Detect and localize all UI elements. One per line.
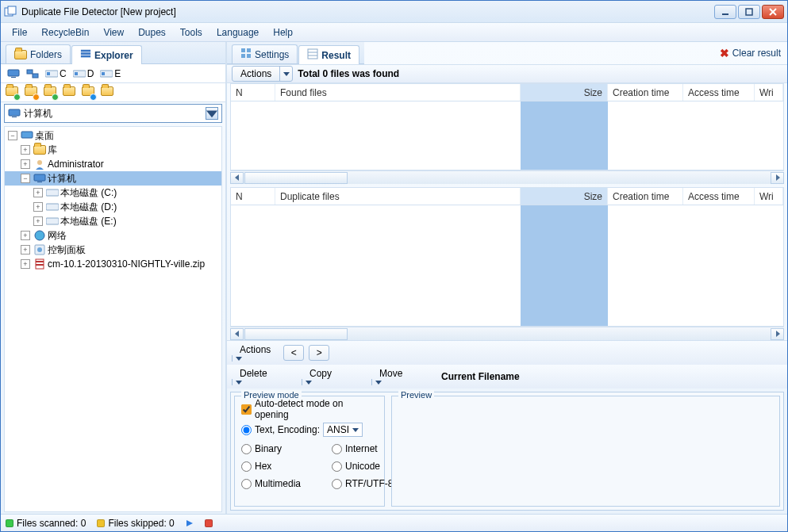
tab-folders[interactable]: Folders <box>6 44 71 63</box>
move-dropdown[interactable]: Move <box>371 368 436 385</box>
copy-dropdown[interactable]: Copy <box>302 368 367 385</box>
drive-e[interactable]: E <box>98 67 122 80</box>
scroll-right-icon[interactable] <box>771 172 784 184</box>
left-tabs: Folders Explorer <box>1 42 225 64</box>
tree-desktop[interactable]: −桌面 <box>5 128 221 143</box>
duplicate-files-scrollbar[interactable] <box>230 327 784 340</box>
tree-network[interactable]: +网络 <box>5 228 221 243</box>
folder-action-generic-icon[interactable] <box>101 86 113 98</box>
col2-duplicate-files[interactable]: Duplicate files <box>275 188 521 205</box>
encoding-select[interactable]: ANSI <box>323 423 363 437</box>
menu-tools[interactable]: Tools <box>174 25 209 40</box>
menu-language[interactable]: Language <box>210 25 265 40</box>
col-size[interactable]: Size <box>521 84 608 101</box>
drive-network-icon[interactable] <box>25 68 40 79</box>
folder-action-new-icon[interactable] <box>6 86 18 98</box>
col-n[interactable]: N <box>231 84 275 101</box>
folder-action-open-icon[interactable] <box>63 86 75 98</box>
radio-hex[interactable]: Hex <box>241 458 329 474</box>
svg-rect-11 <box>27 70 33 74</box>
col2-atime[interactable]: Access time <box>683 188 755 205</box>
drive-strip: C D E <box>1 64 225 83</box>
status-stop[interactable] <box>205 519 213 527</box>
scroll2-thumb[interactable] <box>244 328 348 340</box>
scroll-thumb[interactable] <box>244 172 348 184</box>
close-button[interactable] <box>762 5 784 19</box>
svg-rect-1 <box>8 6 16 14</box>
svg-rect-19 <box>9 109 20 116</box>
menu-dupes[interactable]: Dupes <box>132 25 172 40</box>
menu-help[interactable]: Help <box>267 25 299 40</box>
radio-text[interactable]: Text, Encoding: <box>241 424 320 435</box>
led-yellow-icon <box>97 519 105 527</box>
found-files-header: N Found files Size Creation time Access … <box>231 84 783 101</box>
tree-drive-d[interactable]: +本地磁盘 (D:) <box>5 200 221 214</box>
tab-result[interactable]: Result <box>298 45 359 64</box>
col-atime[interactable]: Access time <box>683 84 755 101</box>
menu-view[interactable]: View <box>97 25 130 40</box>
menu-file[interactable]: File <box>6 25 33 40</box>
radio-binary[interactable]: Binary <box>241 441 329 457</box>
preview-mode-fieldset: Preview mode Auto-detect mode on opening… <box>234 396 385 507</box>
svg-marker-45 <box>235 331 239 337</box>
found-files-grid[interactable]: N Found files Size Creation time Access … <box>230 83 784 170</box>
path-combo-dropdown[interactable] <box>206 107 218 120</box>
drive-desktop-icon[interactable] <box>6 68 21 79</box>
preview-fieldset: Preview <box>391 396 780 507</box>
tab-explorer[interactable]: Explorer <box>71 45 142 64</box>
actions-dropdown-mid[interactable]: Actions <box>232 344 279 362</box>
path-combo-value: 计算机 <box>24 107 52 121</box>
svg-rect-7 <box>81 52 90 55</box>
svg-rect-39 <box>308 49 317 59</box>
actions-dropdown-top[interactable]: Actions <box>232 66 293 82</box>
col2-n[interactable]: N <box>231 188 275 205</box>
tab-settings[interactable]: Settings <box>232 44 298 63</box>
tree-administrator[interactable]: +Administrator <box>5 157 221 171</box>
maximize-button[interactable] <box>738 5 760 19</box>
col-ctime[interactable]: Creation time <box>608 84 683 101</box>
scroll2-right-icon[interactable] <box>771 328 784 340</box>
scroll-left-icon[interactable] <box>230 172 244 184</box>
col2-size[interactable]: Size <box>521 188 608 205</box>
svg-marker-43 <box>235 174 239 181</box>
path-combo[interactable]: 计算机 <box>4 104 222 123</box>
tree-drive-e[interactable]: +本地磁盘 (E:) <box>5 214 221 228</box>
autodetect-checkbox[interactable]: Auto-detect mode on opening <box>241 401 378 417</box>
explorer-icon <box>80 48 91 62</box>
next-button[interactable]: > <box>309 345 329 361</box>
computer-icon <box>8 109 21 118</box>
drive-c[interactable]: C <box>44 67 68 80</box>
svg-rect-34 <box>36 264 44 266</box>
prev-button[interactable]: < <box>283 345 304 361</box>
clear-result-label: Clear result <box>732 48 781 59</box>
minimize-button[interactable] <box>714 5 736 19</box>
duplicate-files-grid[interactable]: N Duplicate files Size Creation time Acc… <box>230 187 784 327</box>
folder-action-add-icon[interactable] <box>25 86 37 98</box>
folder-action-props-icon[interactable] <box>82 86 94 98</box>
svg-marker-47 <box>236 357 242 361</box>
status-play[interactable] <box>186 519 194 527</box>
radio-multimedia[interactable]: Multimedia <box>241 476 329 492</box>
folder-icon <box>14 50 27 59</box>
col2-ctime[interactable]: Creation time <box>608 188 683 205</box>
found-files-scrollbar[interactable] <box>230 170 784 184</box>
tree-computer[interactable]: −计算机 <box>5 171 221 186</box>
preview-mode-legend: Preview mode <box>241 390 302 400</box>
svg-marker-42 <box>283 72 290 76</box>
tree-zip-file[interactable]: +cm-10.1-20130310-NIGHTLY-ville.zip <box>5 257 221 271</box>
tree-library[interactable]: +库 <box>5 143 221 157</box>
folder-action-refresh-icon[interactable] <box>44 86 56 98</box>
tree-drive-c[interactable]: +本地磁盘 (C:) <box>5 186 221 200</box>
col2-wri[interactable]: Wri <box>755 188 783 205</box>
col-wri[interactable]: Wri <box>755 84 783 101</box>
clear-result-button[interactable]: ✖ Clear result <box>720 47 781 59</box>
tree-control-panel[interactable]: +控制面板 <box>5 243 221 257</box>
delete-dropdown[interactable]: Delete <box>232 368 297 385</box>
current-filename-label: Current Filename <box>441 371 520 382</box>
col-found-files[interactable]: Found files <box>275 84 521 101</box>
menu-recyclebin[interactable]: RecycleBin <box>35 25 95 40</box>
drive-d[interactable]: D <box>71 67 96 80</box>
scroll2-left-icon[interactable] <box>230 328 244 340</box>
folder-tree[interactable]: −桌面 +库 +Administrator −计算机 +本地磁盘 (C:) +本… <box>4 126 222 512</box>
svg-rect-38 <box>247 54 251 58</box>
